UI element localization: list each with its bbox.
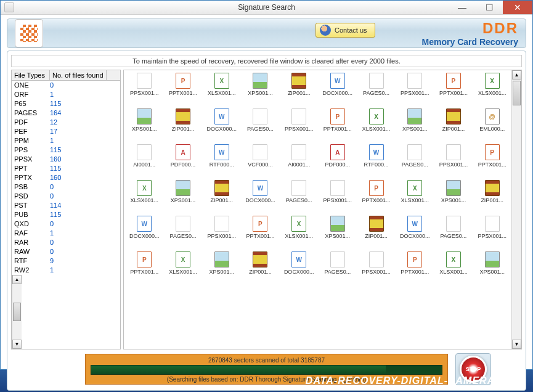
file-item[interactable]: APDF000... [319, 144, 357, 180]
file-item[interactable]: PAGES0... [280, 180, 319, 216]
table-row[interactable]: PAGES164 [12, 108, 120, 118]
file-item[interactable]: PPPTX001... [241, 216, 280, 251]
table-row[interactable]: PUB115 [12, 210, 120, 219]
file-item[interactable]: WRTF000... [357, 144, 396, 180]
file-item[interactable]: PPSX001... [396, 73, 434, 108]
file-item[interactable]: PPPTX001... [357, 180, 396, 216]
file-item[interactable]: @EML000... [473, 108, 511, 144]
table-row[interactable]: PPM1 [12, 136, 120, 145]
table-row[interactable]: RAW0 [12, 247, 120, 256]
file-item[interactable]: PPPTX001... [164, 73, 203, 108]
table-row[interactable]: P65115 [12, 99, 120, 108]
file-item[interactable]: ZIP001... [202, 180, 241, 216]
file-item[interactable]: WDOCX000... [396, 216, 434, 251]
file-item[interactable]: PPSX001... [357, 251, 396, 287]
file-item[interactable]: XXLSX001... [434, 251, 473, 287]
file-item[interactable]: PPPTX001... [473, 144, 511, 180]
table-row[interactable]: PSD0 [12, 192, 120, 201]
file-item[interactable]: PPSX001... [280, 108, 319, 144]
file-item[interactable]: ZIP001... [473, 180, 511, 216]
file-item[interactable]: PPPTX001... [125, 251, 164, 287]
file-item[interactable]: PPSX001... [473, 216, 511, 251]
file-item[interactable]: PPSX001... [202, 216, 241, 251]
file-item[interactable]: ZIP001... [434, 108, 473, 144]
file-item[interactable]: XXLSX001... [357, 108, 396, 144]
file-item[interactable]: PAGES0... [241, 108, 280, 144]
file-item[interactable]: XXLSX001... [164, 251, 203, 287]
scroll-down-icon[interactable]: ▼ [12, 340, 22, 349]
contact-us-button[interactable]: Contact us [315, 23, 375, 38]
table-row[interactable]: PPSX160 [12, 155, 120, 164]
file-item[interactable]: XXLSX001... [202, 73, 241, 108]
files-scrollbar[interactable]: ▲ ▼ [511, 70, 521, 349]
file-item[interactable]: XXLSX001... [125, 180, 164, 216]
file-type-cell: P65 [14, 99, 50, 108]
table-row[interactable]: QXD0 [12, 219, 120, 229]
table-row[interactable]: PSB0 [12, 182, 120, 192]
file-label: XLSX001... [208, 90, 236, 96]
file-item[interactable]: XXLSX001... [396, 180, 434, 216]
file-item[interactable]: XXLSX001... [473, 73, 511, 108]
table-row[interactable]: PEF17 [12, 127, 120, 136]
table-row[interactable]: RAR0 [12, 238, 120, 247]
file-item[interactable]: XPS001... [164, 180, 203, 216]
file-item[interactable]: WDOCX000... [202, 108, 241, 144]
scroll-up-icon[interactable]: ▲ [512, 70, 521, 80]
vertical-scrollbar[interactable]: ▲ ▼ [12, 275, 22, 349]
file-item[interactable]: WDOCX000... [241, 180, 280, 216]
close-button[interactable] [503, 1, 532, 14]
contact-label: Contact us [335, 27, 367, 34]
file-item[interactable]: ZIP001... [164, 108, 203, 144]
file-item[interactable]: WDOCX000... [280, 251, 319, 287]
file-item[interactable]: XPS001... [473, 251, 511, 287]
file-item[interactable]: XPS001... [434, 180, 473, 216]
file-item[interactable]: PPPTX001... [319, 108, 357, 144]
file-item[interactable]: XPS001... [241, 73, 280, 108]
file-icon: X [407, 180, 422, 196]
minimize-button[interactable] [449, 1, 476, 14]
table-row[interactable]: PPS115 [12, 145, 120, 155]
file-item[interactable]: WDOCX000... [125, 216, 164, 251]
scroll-thumb[interactable] [513, 81, 521, 105]
file-item[interactable]: XXLSX001... [280, 216, 319, 251]
file-item[interactable]: PAGES0... [319, 251, 357, 287]
file-item[interactable]: WDOCX000... [319, 73, 357, 108]
file-item[interactable]: WRTF000... [202, 144, 241, 180]
file-item[interactable]: PPPTX001... [396, 251, 434, 287]
col-file-types[interactable]: File Types [12, 70, 50, 80]
file-item[interactable]: PPSX001... [434, 144, 473, 180]
file-item[interactable]: ZIP001... [241, 251, 280, 287]
file-item[interactable]: XPS001... [319, 216, 357, 251]
file-item[interactable]: PAGES0... [357, 73, 396, 108]
file-item[interactable]: XPS001... [396, 108, 434, 144]
file-item[interactable]: PAGES0... [434, 216, 473, 251]
file-item[interactable]: VCF000... [241, 144, 280, 180]
file-item[interactable]: PAGES0... [164, 216, 203, 251]
file-type-cell: PPT [14, 164, 50, 173]
col-count[interactable]: No. of files found [50, 70, 107, 80]
file-item[interactable]: XPS001... [125, 108, 164, 144]
file-item[interactable]: AI0001... [280, 144, 319, 180]
file-item[interactable]: PPPTX001... [434, 73, 473, 108]
table-row[interactable]: RTF9 [12, 256, 120, 266]
file-item[interactable]: AI0001... [125, 144, 164, 180]
file-item[interactable]: ZIP001... [280, 73, 319, 108]
table-row[interactable]: PST114 [12, 201, 120, 210]
file-item[interactable]: PPSX001... [125, 73, 164, 108]
file-item[interactable]: XPS001... [202, 251, 241, 287]
table-row[interactable]: ORF1 [12, 90, 120, 99]
scroll-thumb[interactable] [13, 303, 21, 321]
scroll-up-icon[interactable]: ▲ [12, 275, 22, 284]
table-row[interactable]: RW21 [12, 266, 120, 275]
file-item[interactable]: PAGES0... [396, 144, 434, 180]
file-item[interactable]: PPSX001... [319, 180, 357, 216]
table-row[interactable]: ONE0 [12, 81, 120, 90]
table-row[interactable]: RAF1 [12, 229, 120, 238]
table-row[interactable]: PPTX160 [12, 173, 120, 182]
maximize-button[interactable] [476, 1, 503, 14]
file-item[interactable]: APDF000... [164, 144, 203, 180]
table-row[interactable]: PDF12 [12, 118, 120, 127]
table-row[interactable]: PPT115 [12, 164, 120, 173]
scroll-down-icon[interactable]: ▼ [512, 340, 521, 349]
file-item[interactable]: ZIP001... [357, 216, 396, 251]
